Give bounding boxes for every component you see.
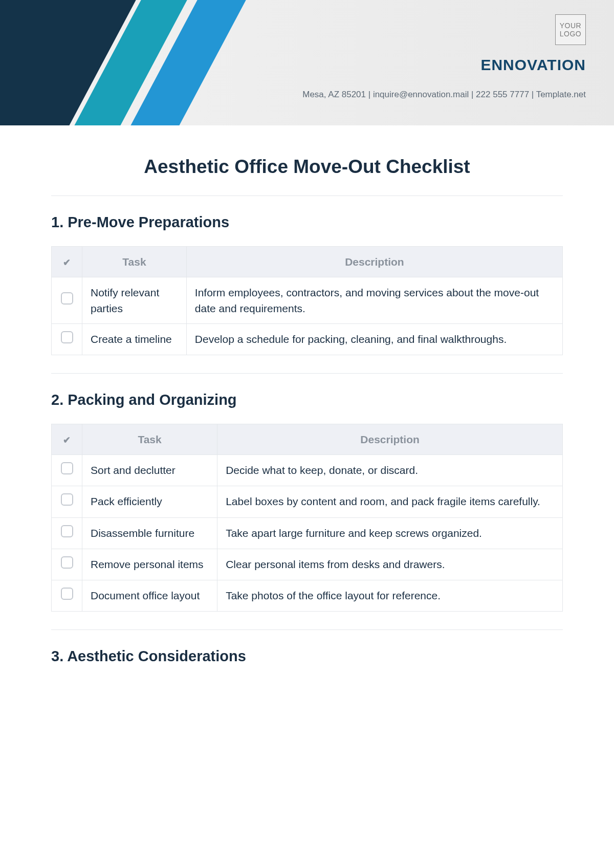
checkbox-cell[interactable] [52, 455, 82, 486]
cell-desc: Decide what to keep, donate, or discard. [217, 455, 563, 486]
checkbox-cell[interactable] [52, 324, 82, 355]
brand-name: ENNOVATION [480, 56, 586, 74]
cell-desc: Label boxes by content and room, and pac… [217, 486, 563, 517]
document-page: YOURLOGO ENNOVATION Mesa, AZ 85201 | inq… [0, 0, 614, 868]
document-body: Aesthetic Office Move-Out Checklist 1. P… [0, 125, 614, 701]
cell-desc: Develop a schedule for packing, cleaning… [186, 324, 562, 355]
document-header: YOURLOGO ENNOVATION Mesa, AZ 85201 | inq… [0, 0, 614, 125]
cell-task: Document office layout [82, 580, 217, 611]
logo-placeholder: YOURLOGO [555, 14, 586, 45]
checkbox-icon [61, 331, 73, 343]
contact-line: Mesa, AZ 85201 | inquire@ennovation.mail… [302, 90, 586, 100]
table-header-row: ✔ Task Description [52, 424, 563, 455]
col-task: Task [82, 424, 217, 455]
col-check: ✔ [52, 424, 82, 455]
cell-task: Create a timeline [82, 324, 187, 355]
section-heading: 1. Pre-Move Preparations [51, 214, 563, 231]
table-row: Create a timeline Develop a schedule for… [52, 324, 563, 355]
cell-task: Sort and declutter [82, 455, 217, 486]
checkbox-cell[interactable] [52, 580, 82, 611]
col-desc: Description [186, 247, 562, 277]
cell-task: Pack efficiently [82, 486, 217, 517]
checklist-table-2: ✔ Task Description Sort and declutter De… [51, 424, 563, 611]
checkbox-cell[interactable] [52, 549, 82, 580]
page-title: Aesthetic Office Move-Out Checklist [51, 156, 563, 178]
section-heading: 3. Aesthetic Considerations [51, 648, 563, 665]
divider [51, 373, 563, 374]
checkbox-icon [61, 292, 73, 305]
col-task: Task [82, 247, 187, 277]
col-check: ✔ [52, 247, 82, 277]
cell-task: Disassemble furniture [82, 517, 217, 549]
checkbox-cell[interactable] [52, 486, 82, 517]
cell-desc: Take apart large furniture and keep scre… [217, 517, 563, 549]
checkbox-icon [61, 462, 73, 474]
section-heading: 2. Packing and Organizing [51, 392, 563, 408]
checkbox-icon [61, 525, 73, 537]
checkbox-cell[interactable] [52, 517, 82, 549]
table-row: Notify relevant parties Inform employees… [52, 277, 563, 324]
checkbox-icon [61, 588, 73, 600]
cell-desc: Inform employees, contractors, and movin… [186, 277, 562, 324]
cell-task: Remove personal items [82, 549, 217, 580]
checkbox-icon [61, 493, 73, 506]
cell-desc: Clear personal items from desks and draw… [217, 549, 563, 580]
checkbox-cell[interactable] [52, 277, 82, 324]
table-row: Remove personal items Clear personal ite… [52, 549, 563, 580]
cell-task: Notify relevant parties [82, 277, 187, 324]
checklist-table-1: ✔ Task Description Notify relevant parti… [51, 246, 563, 355]
check-icon: ✔ [63, 257, 71, 268]
divider [51, 630, 563, 630]
divider [51, 196, 563, 196]
table-row: Sort and declutter Decide what to keep, … [52, 455, 563, 486]
cell-desc: Take photos of the office layout for ref… [217, 580, 563, 611]
checkbox-icon [61, 556, 73, 569]
col-desc: Description [217, 424, 563, 455]
table-header-row: ✔ Task Description [52, 247, 563, 277]
table-row: Document office layout Take photos of th… [52, 580, 563, 611]
table-row: Pack efficiently Label boxes by content … [52, 486, 563, 517]
table-row: Disassemble furniture Take apart large f… [52, 517, 563, 549]
check-icon: ✔ [63, 435, 71, 445]
